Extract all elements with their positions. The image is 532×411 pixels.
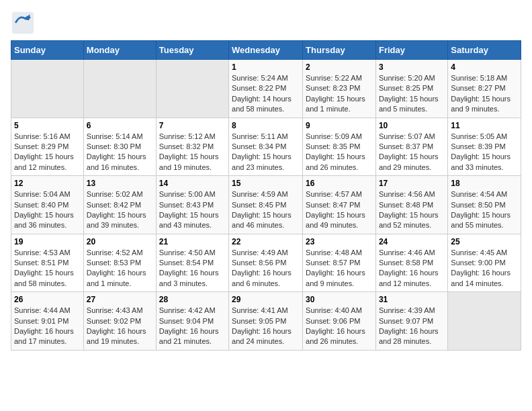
day-number: 4	[451, 62, 518, 72]
day-number: 31	[379, 295, 445, 304]
day-info: Sunrise: 4:56 AMSunset: 8:48 PMDaylight:…	[379, 189, 445, 231]
day-info: Sunrise: 5:18 AMSunset: 8:27 PMDaylight:…	[451, 73, 518, 115]
day-number: 15	[232, 179, 300, 188]
day-info: Sunrise: 4:39 AMSunset: 9:07 PMDaylight:…	[379, 306, 445, 347]
day-info: Sunrise: 4:48 AMSunset: 8:57 PMDaylight:…	[306, 248, 373, 289]
calendar-day-cell: 10Sunrise: 5:07 AMSunset: 8:37 PMDayligh…	[375, 118, 447, 176]
calendar-day-cell: 23Sunrise: 4:48 AMSunset: 8:57 PMDayligh…	[303, 234, 376, 292]
calendar-day-cell: 17Sunrise: 4:56 AMSunset: 8:48 PMDayligh…	[375, 176, 447, 234]
day-of-week-header: Wednesday	[229, 41, 303, 60]
calendar-day-cell	[11, 60, 84, 118]
page-header	[11, 11, 521, 35]
day-number: 19	[14, 237, 81, 246]
day-number: 3	[379, 62, 445, 72]
day-number: 24	[379, 237, 445, 246]
day-info: Sunrise: 5:07 AMSunset: 8:37 PMDaylight:…	[379, 132, 445, 173]
day-number: 25	[451, 237, 518, 246]
day-number: 13	[87, 179, 153, 188]
calendar-day-cell: 11Sunrise: 5:05 AMSunset: 8:39 PMDayligh…	[448, 118, 521, 176]
day-number: 18	[451, 179, 518, 188]
day-info: Sunrise: 4:53 AMSunset: 8:51 PMDaylight:…	[14, 248, 81, 289]
day-number: 1	[232, 62, 300, 72]
calendar-day-cell: 12Sunrise: 5:04 AMSunset: 8:40 PMDayligh…	[11, 176, 84, 234]
calendar-day-cell	[448, 292, 521, 351]
calendar-day-cell: 6Sunrise: 5:14 AMSunset: 8:30 PMDaylight…	[83, 118, 156, 176]
calendar-header-row: SundayMondayTuesdayWednesdayThursdayFrid…	[11, 41, 521, 60]
day-info: Sunrise: 4:50 AMSunset: 8:54 PMDaylight:…	[159, 248, 226, 289]
day-number: 27	[87, 295, 153, 304]
calendar-day-cell: 22Sunrise: 4:49 AMSunset: 8:56 PMDayligh…	[229, 234, 303, 292]
calendar-day-cell: 19Sunrise: 4:53 AMSunset: 8:51 PMDayligh…	[11, 234, 84, 292]
day-info: Sunrise: 4:54 AMSunset: 8:50 PMDaylight:…	[451, 189, 518, 231]
day-number: 2	[306, 62, 373, 72]
calendar-day-cell	[156, 60, 228, 118]
day-info: Sunrise: 5:12 AMSunset: 8:32 PMDaylight:…	[159, 132, 226, 173]
day-number: 11	[451, 121, 518, 130]
day-info: Sunrise: 4:41 AMSunset: 9:05 PMDaylight:…	[232, 306, 300, 347]
calendar-week-row: 26Sunrise: 4:44 AMSunset: 9:01 PMDayligh…	[11, 292, 521, 351]
calendar-day-cell: 1Sunrise: 5:24 AMSunset: 8:22 PMDaylight…	[229, 60, 303, 118]
day-info: Sunrise: 5:11 AMSunset: 8:34 PMDaylight:…	[232, 132, 300, 173]
logo	[11, 11, 39, 35]
day-number: 26	[14, 295, 81, 304]
day-number: 21	[159, 237, 226, 246]
calendar-day-cell: 9Sunrise: 5:09 AMSunset: 8:35 PMDaylight…	[303, 118, 376, 176]
day-of-week-header: Tuesday	[156, 41, 228, 60]
day-number: 29	[232, 295, 300, 304]
day-number: 5	[14, 121, 81, 130]
calendar-day-cell: 14Sunrise: 5:00 AMSunset: 8:43 PMDayligh…	[156, 176, 228, 234]
day-of-week-header: Sunday	[11, 41, 84, 60]
day-info: Sunrise: 5:02 AMSunset: 8:42 PMDaylight:…	[87, 189, 153, 231]
calendar-day-cell: 2Sunrise: 5:22 AMSunset: 8:23 PMDaylight…	[303, 60, 376, 118]
day-number: 23	[306, 237, 373, 246]
day-info: Sunrise: 4:44 AMSunset: 9:01 PMDaylight:…	[14, 306, 81, 347]
day-info: Sunrise: 4:43 AMSunset: 9:02 PMDaylight:…	[87, 306, 153, 347]
calendar-day-cell: 31Sunrise: 4:39 AMSunset: 9:07 PMDayligh…	[375, 292, 447, 351]
day-info: Sunrise: 5:05 AMSunset: 8:39 PMDaylight:…	[451, 132, 518, 173]
day-info: Sunrise: 4:40 AMSunset: 9:06 PMDaylight:…	[306, 306, 373, 347]
day-of-week-header: Saturday	[448, 41, 521, 60]
calendar-day-cell: 5Sunrise: 5:16 AMSunset: 8:29 PMDaylight…	[11, 118, 84, 176]
day-info: Sunrise: 4:46 AMSunset: 8:58 PMDaylight:…	[379, 248, 445, 289]
day-info: Sunrise: 5:20 AMSunset: 8:25 PMDaylight:…	[379, 73, 445, 115]
calendar-day-cell: 13Sunrise: 5:02 AMSunset: 8:42 PMDayligh…	[83, 176, 156, 234]
day-number: 28	[159, 295, 226, 304]
day-info: Sunrise: 4:57 AMSunset: 8:47 PMDaylight:…	[306, 189, 373, 231]
day-info: Sunrise: 4:52 AMSunset: 8:53 PMDaylight:…	[87, 248, 153, 289]
day-number: 9	[306, 121, 373, 130]
day-info: Sunrise: 5:09 AMSunset: 8:35 PMDaylight:…	[306, 132, 373, 173]
day-number: 7	[159, 121, 226, 130]
day-info: Sunrise: 4:42 AMSunset: 9:04 PMDaylight:…	[159, 306, 226, 347]
logo-icon	[11, 11, 35, 35]
calendar-day-cell: 16Sunrise: 4:57 AMSunset: 8:47 PMDayligh…	[303, 176, 376, 234]
calendar-day-cell: 4Sunrise: 5:18 AMSunset: 8:27 PMDaylight…	[448, 60, 521, 118]
calendar-week-row: 19Sunrise: 4:53 AMSunset: 8:51 PMDayligh…	[11, 234, 521, 292]
day-info: Sunrise: 5:14 AMSunset: 8:30 PMDaylight:…	[87, 132, 153, 173]
calendar-day-cell: 20Sunrise: 4:52 AMSunset: 8:53 PMDayligh…	[83, 234, 156, 292]
day-info: Sunrise: 4:45 AMSunset: 9:00 PMDaylight:…	[451, 248, 518, 289]
calendar-day-cell: 30Sunrise: 4:40 AMSunset: 9:06 PMDayligh…	[303, 292, 376, 351]
day-of-week-header: Friday	[375, 41, 447, 60]
calendar-day-cell: 27Sunrise: 4:43 AMSunset: 9:02 PMDayligh…	[83, 292, 156, 351]
day-number: 12	[14, 179, 81, 188]
calendar-day-cell: 7Sunrise: 5:12 AMSunset: 8:32 PMDaylight…	[156, 118, 228, 176]
day-number: 22	[232, 237, 300, 246]
day-info: Sunrise: 4:59 AMSunset: 8:45 PMDaylight:…	[232, 189, 300, 231]
calendar-day-cell: 24Sunrise: 4:46 AMSunset: 8:58 PMDayligh…	[375, 234, 447, 292]
day-number: 17	[379, 179, 445, 188]
day-of-week-header: Monday	[83, 41, 156, 60]
day-info: Sunrise: 4:49 AMSunset: 8:56 PMDaylight:…	[232, 248, 300, 289]
day-info: Sunrise: 5:04 AMSunset: 8:40 PMDaylight:…	[14, 189, 81, 231]
svg-rect-0	[12, 12, 34, 34]
day-number: 8	[232, 121, 300, 130]
calendar-table: SundayMondayTuesdayWednesdayThursdayFrid…	[11, 40, 521, 351]
day-info: Sunrise: 5:22 AMSunset: 8:23 PMDaylight:…	[306, 73, 373, 115]
day-number: 20	[87, 237, 153, 246]
day-info: Sunrise: 5:00 AMSunset: 8:43 PMDaylight:…	[159, 189, 226, 231]
calendar-day-cell: 26Sunrise: 4:44 AMSunset: 9:01 PMDayligh…	[11, 292, 84, 351]
day-of-week-header: Thursday	[303, 41, 376, 60]
day-info: Sunrise: 5:16 AMSunset: 8:29 PMDaylight:…	[14, 132, 81, 173]
calendar-day-cell: 8Sunrise: 5:11 AMSunset: 8:34 PMDaylight…	[229, 118, 303, 176]
calendar-week-row: 5Sunrise: 5:16 AMSunset: 8:29 PMDaylight…	[11, 118, 521, 176]
calendar-day-cell: 25Sunrise: 4:45 AMSunset: 9:00 PMDayligh…	[448, 234, 521, 292]
